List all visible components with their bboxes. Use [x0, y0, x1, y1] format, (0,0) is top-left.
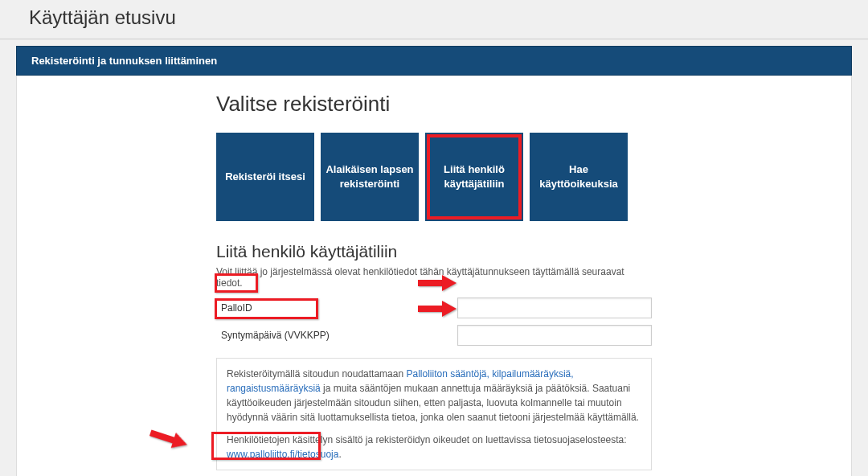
page-title: Käyttäjän etusivu: [0, 0, 868, 39]
registration-tiles: Rekisteröi itsesi Alaikäisen lapsen reki…: [216, 133, 652, 221]
link-person-hint: Voit liittää jo järjestelmässä olevat he…: [216, 266, 652, 289]
row-dob: Syntymäpäivä (VVKKPP): [216, 324, 652, 347]
tile-label: Rekisteröi itsesi: [225, 170, 305, 184]
label-palloid: PalloID: [216, 297, 457, 319]
main-panel: Valitse rekisteröinti Rekisteröi itsesi …: [16, 76, 852, 476]
link-person-heading: Liitä henkilö käyttäjätiliin: [216, 242, 652, 261]
tile-label: Hae käyttöoikeuksia: [534, 162, 623, 191]
terms-privacy-link[interactable]: www.palloliitto.fi/tietosuoja: [227, 449, 338, 460]
terms-box: Rekisteröitymällä sitoudun noudattamaan …: [216, 358, 652, 470]
choose-registration-heading: Valitse rekisteröinti: [216, 92, 652, 117]
label-dob: Syntymäpäivä (VVKKPP): [216, 324, 457, 347]
input-dob[interactable]: [457, 325, 652, 346]
tile-register-child[interactable]: Alaikäisen lapsen rekisteröinti: [321, 133, 419, 221]
tile-label: Liitä henkilö käyttäjätiliin: [430, 162, 518, 191]
terms-text: Henkilötietojen käsittelyn sisältö ja re…: [227, 434, 627, 445]
section-bar: Rekisteröinti ja tunnuksen liittäminen: [16, 46, 852, 76]
tile-request-rights[interactable]: Hae käyttöoikeuksia: [530, 133, 628, 221]
tile-label: Alaikäisen lapsen rekisteröinti: [326, 162, 414, 191]
tile-register-self[interactable]: Rekisteröi itsesi: [216, 133, 314, 221]
terms-text: Rekisteröitymällä sitoudun noudattamaan: [227, 368, 406, 380]
row-palloid: PalloID: [216, 297, 652, 319]
label-dob-text: Syntymäpäivä (VVKKPP): [221, 330, 330, 341]
input-palloid[interactable]: [457, 298, 652, 318]
tile-link-person[interactable]: Liitä henkilö käyttäjätiliin: [425, 133, 523, 221]
label-palloid-text: PalloID: [221, 302, 252, 314]
terms-text: .: [338, 449, 341, 460]
